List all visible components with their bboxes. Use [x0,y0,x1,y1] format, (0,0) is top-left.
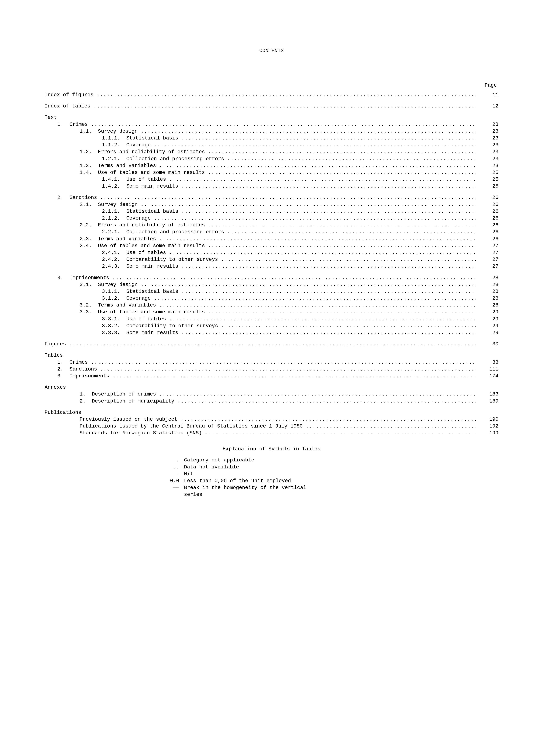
symbol-text: Nil [184,471,383,477]
leader-dots [169,316,476,322]
toc-entry: 1.1.2. Coverage 23 [45,142,498,148]
toc-entry: 2. Sanctions 26 [45,194,498,201]
toc-label: Index of figures [45,91,97,98]
toc-entry: Previously issued on the subject 190 [45,416,498,423]
symbol-text: Break in the homogeneity of the vertical… [184,484,383,498]
toc-page: 23 [476,135,498,142]
toc-page: 11 [476,91,498,98]
leader-dots [227,228,476,235]
toc-entry: 2. Sanctions 111 [45,366,498,373]
leader-dots [181,183,476,190]
symbols-title: Explanation of Symbols in Tables [45,446,498,452]
section-heading: Text [45,114,498,121]
toc-entry: 1.2.1. Collection and processing errors … [45,155,498,162]
leader-dots [306,423,476,430]
toc-page: 23 [476,142,498,148]
symbol-mark: . [160,457,184,464]
toc-label: Figures [45,341,69,347]
leader-dots [221,322,476,329]
spacer [45,405,498,409]
symbol-row: .Category not applicable [45,457,498,464]
toc-label: 2.2.1. Collection and processing errors [45,228,227,235]
spacer [45,379,498,384]
toc-page: 23 [476,162,498,169]
toc-page: 26 [476,228,498,235]
toc-entry: 2.1.1. Statistical basis 26 [45,208,498,215]
leader-dots [181,329,476,336]
toc-entry: Standards for Norwegian Statistics (SNS)… [45,430,498,436]
table-of-contents: Index of figures 11Index of tables 12Tex… [45,91,498,436]
toc-entry: 1.2. Errors and reliability of estimates… [45,148,498,155]
toc-entry: 2.4.3. Some main results 27 [45,263,498,270]
leader-dots [154,215,476,222]
spacer [45,110,498,114]
symbol-text: Category not applicable [184,457,383,464]
toc-label: 3.3.3. Some main results [45,329,181,336]
toc-page: 174 [476,373,498,379]
leader-dots [208,148,476,155]
symbol-mark: —— [160,484,184,498]
toc-page: 26 [476,222,498,228]
toc-page: 111 [476,366,498,373]
toc-label: 1.1.1. Statistical basis [45,135,181,142]
page-column-header: Page [45,82,498,88]
toc-entry: 2.2. Errors and reliability of estimates… [45,222,498,228]
leader-dots [112,373,476,379]
toc-entry: 2.4.1. Use of tables 27 [45,249,498,256]
toc-label: Index of tables [45,103,93,110]
toc-entry: 3. Imprisonments 174 [45,373,498,379]
leader-dots [181,208,476,215]
toc-entry: 1. Description of crimes 183 [45,391,498,398]
toc-page: 183 [476,391,498,398]
toc-page: 189 [476,398,498,405]
toc-label: 1.3. Terms and variables [45,162,159,169]
spacer [45,336,498,341]
toc-label: 2.4. Use of tables and some main results [45,242,208,249]
toc-label: 2. Sanctions [45,194,100,201]
toc-page: 28 [476,274,498,281]
toc-entry: 3.1.2. Coverage 28 [45,295,498,302]
leader-dots [181,288,476,295]
toc-label: 3.1. Survey design [45,281,141,288]
symbol-text: Less than 0,05 of the unit employed [184,477,383,484]
toc-label: 2.2. Errors and reliability of estimates [45,222,208,228]
toc-label: 2. Sanctions [45,366,100,373]
toc-page: 26 [476,215,498,222]
leader-dots [154,142,476,148]
leader-dots [208,222,476,228]
toc-entry: 1.3. Terms and variables 23 [45,162,498,169]
toc-page: 192 [476,423,498,430]
toc-page: 12 [476,103,498,110]
toc-page: 26 [476,194,498,201]
leader-dots [169,249,476,256]
toc-label: 3.3. Use of tables and some main results [45,309,208,315]
spacer [45,190,498,194]
symbols-list: .Category not applicable..Data not avail… [45,457,498,498]
toc-label: 1.1.2. Coverage [45,142,154,148]
leader-dots [93,103,476,110]
toc-page: 199 [476,430,498,436]
toc-page: 26 [476,201,498,208]
leader-dots [227,155,476,162]
toc-entry: Index of tables 12 [45,103,498,110]
toc-label: Publications issued by the Central Burea… [45,423,306,430]
toc-label: 3.1.2. Coverage [45,295,154,302]
leader-dots [205,430,476,436]
leader-dots [112,274,476,281]
toc-entry: 3.3. Use of tables and some main results… [45,309,498,315]
leader-dots [97,91,476,98]
toc-page: 23 [476,121,498,128]
leader-dots [69,341,476,347]
symbol-row: ..Data not available [45,464,498,471]
section-heading: Publications [45,409,498,416]
toc-label: 1. Crimes [45,121,91,128]
toc-label: Previously issued on the subject [45,416,181,423]
toc-label: 3.1.1. Statistical basis [45,288,181,295]
toc-label: 1.2. Errors and reliability of estimates [45,148,208,155]
leader-dots [141,128,476,135]
toc-entry: 3.3.1. Use of tables 29 [45,316,498,322]
toc-entry: 1.4.2. Some main results 25 [45,183,498,190]
toc-page: 27 [476,249,498,256]
symbol-row: 0,0Less than 0,05 of the unit employed [45,477,498,484]
toc-page: 27 [476,263,498,270]
